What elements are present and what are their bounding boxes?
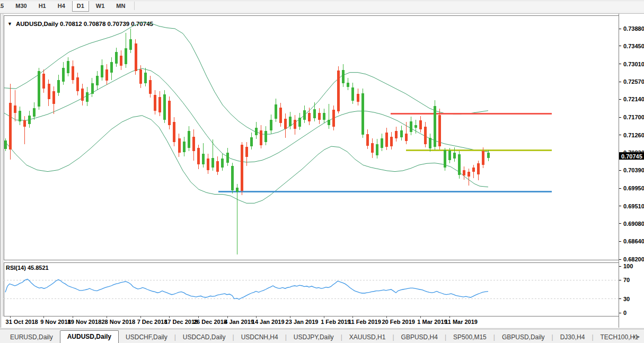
candle-body xyxy=(183,142,186,152)
tab-scroll-left-icon[interactable]: ◂ xyxy=(632,333,637,339)
candle-body xyxy=(67,61,69,73)
candle-body xyxy=(192,137,195,152)
candle-body xyxy=(270,120,272,130)
chart-canvas[interactable]: ▼AUDUSD,Daily 0.70812 0.70878 0.70739 0.… xyxy=(0,12,644,329)
candle-body xyxy=(202,154,205,164)
candle-body xyxy=(241,145,243,191)
candle-body xyxy=(38,71,40,107)
time-tick-label: 1 Feb 2019 xyxy=(321,319,350,325)
candle-body xyxy=(453,153,456,159)
time-tick-label: 11 Mar 2019 xyxy=(445,319,478,325)
tab-usdjpy-daily[interactable]: USDJPY,Daily xyxy=(287,332,341,343)
candle-body xyxy=(395,131,398,138)
timeframe-button-h4[interactable]: H4 xyxy=(53,1,70,12)
candle-body xyxy=(429,138,431,148)
current-price-badge-value: 0.70745 xyxy=(621,153,642,160)
candle-body xyxy=(357,94,359,102)
timeframe-button-mn[interactable]: MN xyxy=(111,1,130,12)
price-tick-label: 0.68200 xyxy=(623,256,644,262)
candle-body xyxy=(62,68,65,82)
candle-body xyxy=(76,77,79,91)
candle-body xyxy=(361,93,364,135)
timeframe-button-w1[interactable]: W1 xyxy=(91,1,110,12)
timeframe-button-d1[interactable]: D1 xyxy=(72,1,89,12)
timeframe-button-15[interactable]: 15 xyxy=(0,1,8,12)
tab-xauusd-h1[interactable]: XAUUSD,H1 xyxy=(342,332,393,343)
price-tick-label: 0.72570 xyxy=(623,78,644,85)
chart-dropdown-icon[interactable]: ▼ xyxy=(7,21,12,27)
candle-body xyxy=(72,66,74,80)
candle-body xyxy=(308,113,311,122)
candle-body xyxy=(226,153,229,162)
tab-usdcnh-h4[interactable]: USDCNH,H4 xyxy=(234,332,285,343)
candle-body xyxy=(149,80,152,94)
tab-audusd-daily[interactable]: AUDUSD,Daily xyxy=(60,330,119,343)
candle-body xyxy=(366,134,369,145)
candle-body xyxy=(236,188,239,192)
candle-body xyxy=(279,108,282,123)
candle-body xyxy=(120,56,122,66)
tab-gbpusd-daily[interactable]: GBPUSD,Daily xyxy=(495,332,552,343)
price-tick-label: 0.69950 xyxy=(623,185,644,191)
tab-gbpusd-h4[interactable]: GBPUSD,H4 xyxy=(394,332,445,343)
tab-scroll-right-icon[interactable]: ▸ xyxy=(637,333,642,339)
timeframe-toolbar: 15M30H1H4D1W1MN xyxy=(0,0,644,12)
candle-body xyxy=(105,69,108,81)
candle-body xyxy=(405,134,408,142)
candle-body xyxy=(129,39,132,50)
candle-body xyxy=(332,110,335,127)
candle-body xyxy=(298,118,301,127)
time-tick-label: 23 Jan 2019 xyxy=(286,319,319,325)
candle-body xyxy=(419,120,422,129)
tab-usdcad-daily[interactable]: USDCAD,Daily xyxy=(176,332,233,343)
candle-body xyxy=(23,120,26,127)
candle-body xyxy=(250,137,253,147)
candle-body xyxy=(154,95,156,111)
tab-eurusd-daily[interactable]: EURUSD,Daily xyxy=(3,332,60,343)
candle-body xyxy=(158,97,161,112)
time-tick-label: 20 Feb 2019 xyxy=(382,319,415,325)
price-tick-label: 0.73880 xyxy=(623,25,644,32)
candle-body xyxy=(168,101,171,125)
candle-body xyxy=(4,140,7,148)
candle-body xyxy=(96,76,99,85)
candle-body xyxy=(144,73,147,83)
candle-body xyxy=(438,115,441,146)
rsi-label: RSI(14) 45.8521 xyxy=(6,265,49,271)
candle-body xyxy=(328,120,330,126)
tab-dj30-h4[interactable]: DJ30,H4 xyxy=(553,332,592,343)
candle-body xyxy=(211,158,214,168)
candle-body xyxy=(371,143,374,153)
toolbar-top-divider xyxy=(0,1,644,1)
tab-usdchf-daily[interactable]: USDCHF,Daily xyxy=(119,332,174,343)
timeframe-button-h1[interactable]: H1 xyxy=(34,1,51,12)
mt4-window: 15M30H1H4D1W1MN ▼AUDUSD,Daily 0.70812 0.… xyxy=(0,0,644,343)
candle-body xyxy=(410,121,412,132)
candle-body xyxy=(444,150,446,168)
candle-body xyxy=(467,172,470,177)
rsi-tick-label: 100 xyxy=(623,263,633,269)
candle-body xyxy=(255,128,258,135)
candle-body xyxy=(323,113,325,120)
candle-body xyxy=(57,80,60,93)
candle-body xyxy=(207,159,209,170)
candle-body xyxy=(216,161,219,172)
time-tick-label: 17 Dec 2018 xyxy=(164,319,198,325)
candle-body xyxy=(275,104,277,119)
candle-body xyxy=(9,103,12,149)
candle-body xyxy=(458,154,461,175)
time-tick-label: 28 Nov 2018 xyxy=(101,319,135,325)
tab-sp500-m15[interactable]: SP500,M15 xyxy=(446,332,493,343)
timeframe-button-m30[interactable]: M30 xyxy=(11,1,31,12)
candle-body xyxy=(33,108,36,117)
time-tick-label: 14 Jan 2019 xyxy=(252,319,285,325)
candle-body xyxy=(400,130,403,137)
candle-body xyxy=(472,168,475,172)
chart-background xyxy=(0,14,644,328)
candle-body xyxy=(313,109,316,118)
candle-body xyxy=(231,166,234,190)
price-tick-label: 0.69510 xyxy=(623,203,644,209)
candle-body xyxy=(28,116,31,124)
price-tick-label: 0.72140 xyxy=(623,96,644,102)
time-tick-label: 1 Mar 2019 xyxy=(417,319,447,325)
